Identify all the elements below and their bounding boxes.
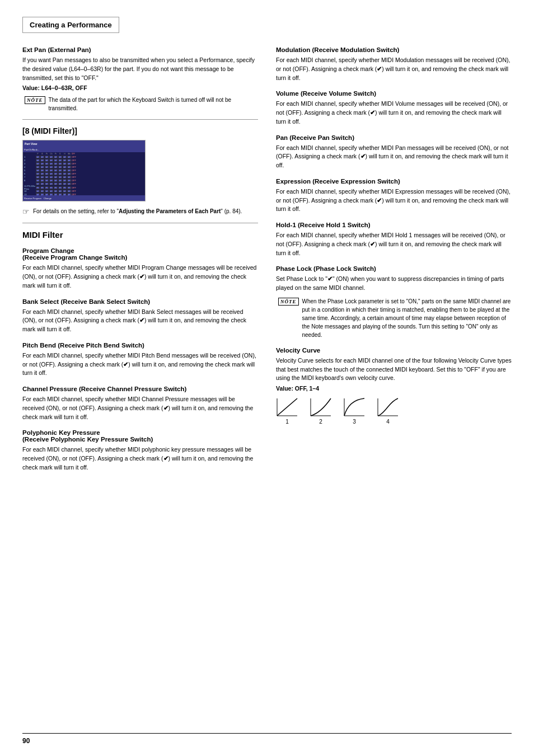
note-text-1: The data of the part for which the Keybo… <box>49 96 259 112</box>
note-icon-2: NÔTE <box>278 298 299 306</box>
screenshot-inner: Part View Part/Ch/Bank... P B <box>23 140 145 201</box>
svg-line-0 <box>277 398 297 416</box>
bottom-rule <box>22 733 512 734</box>
pan-body: For each MIDI channel, specify whether M… <box>276 144 512 170</box>
part-view-screenshot: Part View Part/Ch/Bank... P B <box>22 140 146 201</box>
page-header-box: Creating a Performance <box>22 17 119 33</box>
brackets-title: [8 (MIDI Filter)] <box>22 126 258 135</box>
curve-num-3: 3 <box>353 419 356 425</box>
curve-svg-4 <box>377 397 399 417</box>
tip-text: For details on the setting, refer to "Ad… <box>33 207 242 215</box>
curve-num-2: 2 <box>319 419 322 425</box>
hold1-body: For each MIDI channel, specify whether M… <box>276 231 512 257</box>
tip-box-1: ☞ For details on the setting, refer to "… <box>22 207 258 216</box>
channel-pressure-title: Channel Pressure (Receive Channel Pressu… <box>22 386 258 392</box>
phase-lock-body: Set Phase Lock to "✔" (ON) when you want… <box>276 275 512 293</box>
note-box-1: NÔTE The data of the part for which the … <box>22 96 258 112</box>
volume-title: Volume (Receive Volume Switch) <box>276 90 512 97</box>
page-title: Creating a Performance <box>30 21 112 29</box>
main-columns: Ext Pan (External Pan) If you want Pan m… <box>22 46 512 475</box>
ext-pan-title: Ext Pan (External Pan) <box>22 46 258 53</box>
part-view-sim: Part View Part/Ch/Bank... P B <box>23 140 145 201</box>
polyphonic-key-title: Polyphonic Key Pressure(Receive Polyphon… <box>22 429 258 443</box>
program-change-body: For each MIDI channel, specify whether M… <box>22 264 258 290</box>
modulation-body: For each MIDI channel, specify whether M… <box>276 56 512 82</box>
curve-item-1: 1 <box>276 397 298 425</box>
polyphonic-key-body: For each MIDI channel, specify whether M… <box>22 445 258 472</box>
velocity-curves-container: 1 2 <box>276 397 512 425</box>
pitch-bend-title: Pitch Bend (Receive Pitch Bend Switch) <box>22 342 258 349</box>
curve-svg-3 <box>343 397 366 417</box>
volume-body: For each MIDI channel, specify whether M… <box>276 100 512 126</box>
right-column: Modulation (Receive Modulation Switch) F… <box>276 46 512 475</box>
page-number: 90 <box>22 737 30 745</box>
hold1-title: Hold-1 (Receive Hold 1 Switch) <box>276 222 512 228</box>
pv-header: Part View <box>23 140 145 147</box>
phase-lock-title: Phase Lock (Phase Lock Switch) <box>276 265 512 272</box>
ext-pan-value-label: Value: <box>22 84 41 91</box>
note-text-2: When the Phase Lock parameter is set to … <box>302 297 512 339</box>
midi-filter-heading: MIDI Filter <box>22 230 258 240</box>
curve-svg-2 <box>310 397 332 417</box>
pan-title: Pan (Receive Pan Switch) <box>276 134 512 141</box>
ext-pan-value: Value: L64–0–63R, OFF <box>22 84 258 91</box>
left-column: Ext Pan (External Pan) If you want Pan m… <box>22 46 258 475</box>
curve-num-1: 1 <box>285 419 289 425</box>
curve-item-2: 2 <box>310 397 332 425</box>
program-change-title: Program Change(Receive Program Change Sw… <box>22 247 258 261</box>
ext-pan-value-text: L64–0–63R, OFF <box>41 84 87 91</box>
curve-item-4: 4 <box>377 397 399 425</box>
modulation-title: Modulation (Receive Modulation Switch) <box>276 46 512 53</box>
expression-title: Expression (Receive Expression Switch) <box>276 178 512 185</box>
note-icon-1: NÔTE <box>25 96 45 104</box>
velocity-curve-title: Velocity Curve <box>276 347 512 354</box>
velocity-curve-body: Velocity Curve selects for each MIDI cha… <box>276 356 512 383</box>
curve-num-4: 4 <box>386 419 390 425</box>
tip-icon: ☞ <box>22 207 30 216</box>
note-box-2: NÔTE When the Phase Lock parameter is se… <box>276 297 512 339</box>
divider-1 <box>22 119 258 120</box>
pitch-bend-body: For each MIDI channel, specify whether M… <box>22 351 258 378</box>
channel-pressure-body: For each MIDI channel, specify whether M… <box>22 395 258 421</box>
expression-body: For each MIDI channel, specify whether M… <box>276 187 512 214</box>
bank-select-body: For each MIDI channel, specify whether M… <box>22 308 258 334</box>
curve-item-3: 3 <box>343 397 366 425</box>
divider-2 <box>22 223 258 223</box>
velocity-value-text: OFF, 1–4 <box>295 385 319 392</box>
curve-svg-1 <box>276 397 298 417</box>
ext-pan-body: If you want Pan messages to also be tran… <box>22 56 258 82</box>
page: Creating a Performance Ext Pan (External… <box>0 0 534 756</box>
velocity-curve-value: Value: OFF, 1–4 <box>276 385 512 392</box>
velocity-value-label: Value: <box>276 385 295 392</box>
bank-select-title: Bank Select (Receive Bank Select Switch) <box>22 298 258 305</box>
